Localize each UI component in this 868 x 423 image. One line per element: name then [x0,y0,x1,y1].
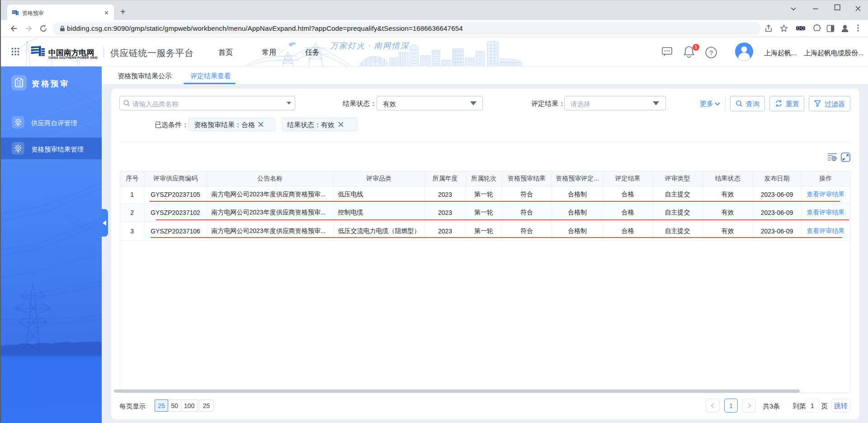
svg-text:万家灯火 · 南网情深: 万家灯火 · 南网情深 [330,41,410,50]
svg-text:?: ? [709,49,713,57]
